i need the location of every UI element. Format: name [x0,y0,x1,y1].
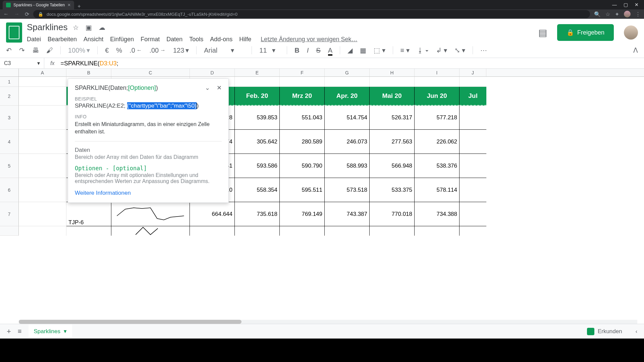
cell[interactable] [370,226,415,236]
profile-avatar-icon[interactable] [624,11,631,17]
cell[interactable]: 305.642 [235,130,280,154]
cell[interactable] [460,106,486,130]
name-box[interactable]: C3 ▾ [0,58,44,68]
cell[interactable] [19,106,66,130]
star-icon[interactable]: ☆ [73,23,79,32]
document-title[interactable]: Sparklines [27,22,67,33]
select-all-corner[interactable] [0,69,19,76]
col-header-e[interactable]: E [235,69,280,76]
menu-icon[interactable]: ⋮ [635,11,641,17]
percent-button[interactable]: % [116,47,122,54]
font-size-select[interactable]: 11 ▾ [259,46,279,54]
row-header-1[interactable]: 1 [0,77,19,87]
browser-tab[interactable]: Sparklines - Google Tabellen ✕ [3,1,74,9]
cell[interactable] [460,202,486,226]
reload-icon[interactable]: ⟳ [25,11,29,17]
cell[interactable]: 595.511 [280,178,325,202]
cell[interactable]: 734.388 [415,202,460,226]
cell[interactable] [19,202,66,226]
sheets-logo-icon[interactable] [6,22,22,43]
currency-button[interactable]: € [105,47,109,54]
halign-button[interactable]: ≡ ▾ [400,46,410,54]
cell[interactable] [66,226,111,236]
valign-button[interactable]: ⭳ ▾ [417,47,429,54]
cell[interactable]: 735.618 [235,202,280,226]
row-header-4[interactable]: 4 [0,130,19,154]
cell[interactable]: 588.993 [325,154,370,178]
cell[interactable] [460,178,486,202]
cell[interactable]: 558.354 [235,178,280,202]
cell[interactable]: 526.317 [370,106,415,130]
last-edit-link[interactable]: Letzte Änderung vor wenigen Sek… [261,36,357,43]
cell[interactable]: 590.790 [280,154,325,178]
cell[interactable] [415,226,460,236]
move-folder-icon[interactable]: ▣ [86,23,92,32]
row-header-2[interactable]: 2 [0,87,19,106]
close-help-icon[interactable]: ✕ [217,84,222,92]
close-window-icon[interactable]: ✕ [635,2,639,7]
merge-button[interactable]: ⬚ ▾ [374,46,385,54]
bookmark-icon[interactable]: ☆ [605,11,610,17]
collapse-help-icon[interactable]: ⌄ [205,84,210,92]
new-tab-button[interactable]: + [74,3,84,9]
menu-einfuegen[interactable]: Einfügen [110,36,134,43]
fill-color-button[interactable]: ◢ [347,46,353,54]
col-header-d[interactable]: D [190,69,235,76]
print-button[interactable]: 🖶 [32,47,39,54]
cell[interactable] [19,226,66,236]
font-select[interactable]: Arial▾ [204,46,244,54]
cell[interactable] [325,77,370,87]
rotate-button[interactable]: ⤡ ▾ [454,46,466,54]
cell[interactable]: 539.853 [235,106,280,130]
more-toolbar-button[interactable]: ⋯ [480,46,487,54]
italic-button[interactable]: I [307,47,309,54]
menu-hilfe[interactable]: Hilfe [239,36,251,43]
col-header-c[interactable]: C [111,69,190,76]
text-color-button[interactable]: A [328,47,332,54]
side-panel-toggle-icon[interactable]: ‹ [636,328,637,335]
strikethrough-button[interactable]: S [316,47,320,54]
cell[interactable]: 743.387 [325,202,370,226]
cell[interactable] [235,226,280,236]
menu-datei[interactable]: Datei [27,36,41,43]
cell[interactable]: 538.376 [415,154,460,178]
bold-button[interactable]: B [294,47,299,54]
account-avatar-icon[interactable] [624,25,638,40]
col-header-f[interactable]: F [280,69,325,76]
cell[interactable]: Jul [460,87,486,106]
comments-icon[interactable]: ▤ [538,27,547,38]
cell[interactable] [19,87,66,106]
all-sheets-button[interactable]: ≡ [18,327,22,335]
explore-button[interactable]: Erkunden [587,328,622,335]
col-header-i[interactable]: I [415,69,460,76]
col-header-b[interactable]: B [66,69,111,76]
wrap-button[interactable]: ↲ ▾ [436,46,447,54]
col-header-h[interactable]: H [370,69,415,76]
cell[interactable]: Mai 20 [370,87,415,106]
sheet-tab-active[interactable]: Sparklines ▾ [29,324,72,338]
cell[interactable]: Apr. 20 [325,87,370,106]
cell[interactable] [370,77,415,87]
col-header-j[interactable]: J [460,69,486,76]
increase-decimal-button[interactable]: .00→ [149,47,165,54]
col-header-a[interactable]: A [19,69,66,76]
cell[interactable]: 664.644 [190,202,235,226]
cell[interactable] [19,154,66,178]
formula-input[interactable]: =SPARKLINE(D3:U3; [60,60,644,67]
share-button[interactable]: 🔒 Freigeben [557,24,614,41]
undo-button[interactable]: ↶ [6,46,12,54]
back-icon[interactable]: ← [3,11,9,17]
extensions-icon[interactable]: ✦ [615,11,619,17]
cell[interactable]: 277.563 [370,130,415,154]
cell[interactable] [325,226,370,236]
add-sheet-button[interactable]: + [7,327,11,336]
cell[interactable]: 578.114 [415,178,460,202]
menu-addons[interactable]: Add-ons [210,36,232,43]
menu-bearbeiten[interactable]: Bearbeiten [48,36,77,43]
cell[interactable]: Mrz 20 [280,87,325,106]
cell[interactable]: 514.754 [325,106,370,130]
collapse-toolbar-button[interactable]: ᐱ [633,46,638,54]
cell[interactable] [460,77,486,87]
cell[interactable]: 533.375 [370,178,415,202]
forward-icon[interactable]: → [14,11,19,17]
